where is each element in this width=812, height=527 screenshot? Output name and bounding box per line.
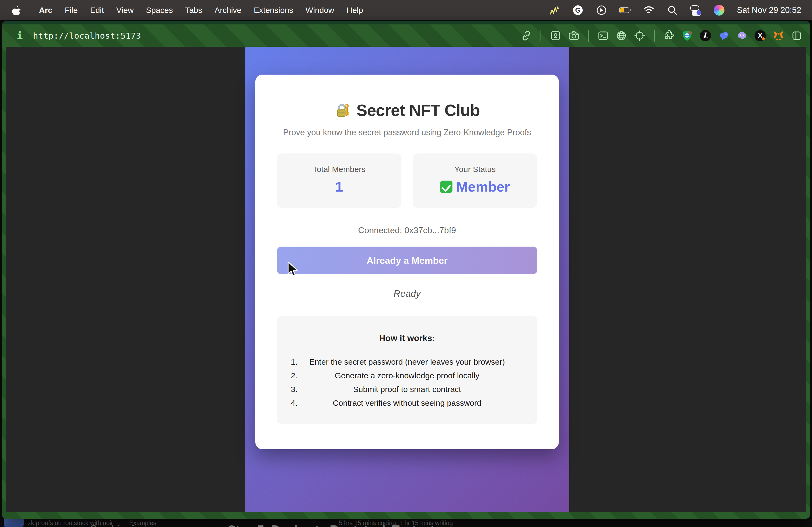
play-circle-icon[interactable]	[596, 4, 607, 16]
macos-menu-bar: Arc File Edit View Spaces Tabs Archive E…	[0, 0, 812, 20]
menu-tabs[interactable]: Tabs	[179, 6, 208, 15]
url-bar[interactable]: i http://localhost:5173	[2, 30, 141, 42]
how-step-1: 1. Enter the secret password (never leav…	[277, 355, 537, 369]
x-extension-icon[interactable]: X	[755, 30, 766, 41]
globe-icon[interactable]	[616, 30, 627, 41]
total-members-label: Total Members	[277, 165, 402, 174]
menu-extensions[interactable]: Extensions	[248, 6, 300, 15]
check-mark-icon	[440, 181, 452, 193]
control-center-icon[interactable]	[690, 5, 701, 15]
background-cell-symbiosis: Symbiosis	[90, 523, 140, 527]
menu-archive[interactable]: Archive	[208, 6, 248, 15]
adguard-shield-icon[interactable]	[682, 30, 693, 41]
mouse-cursor	[287, 261, 300, 277]
how-step-4: 4. Contract verifies without seeing pass…	[277, 396, 537, 410]
background-window-blue-tab[interactable]	[4, 518, 24, 527]
menu-view[interactable]: View	[110, 6, 140, 15]
apple-menu-icon[interactable]	[11, 4, 22, 16]
page-gradient-background: Secret NFT Club Prove you know the secre…	[245, 47, 569, 512]
menu-window[interactable]: Window	[300, 6, 340, 15]
step-number: 4.	[291, 398, 298, 408]
site-info-icon[interactable]: i	[17, 30, 23, 42]
bluebird-extension-icon[interactable]	[718, 30, 729, 41]
step-text: Generate a zero-knowledge proof locally	[335, 371, 480, 380]
loom-icon[interactable]: L	[700, 30, 711, 41]
how-it-works-box: How it works: 1. Enter the secret passwo…	[277, 316, 537, 424]
background-divider	[56, 523, 56, 527]
grammarly-icon[interactable]: G	[572, 4, 584, 16]
stats-row: Total Members 1 Your Status Member	[277, 153, 537, 208]
connected-wallet-text: Connected: 0x37cb...7bf9	[277, 225, 537, 235]
phantom-wallet-icon[interactable]	[736, 30, 748, 41]
split-view-icon[interactable]	[791, 30, 802, 41]
already-a-member-button[interactable]: Already a Member	[277, 246, 537, 274]
step-text: Enter the secret password (never leaves …	[309, 358, 505, 366]
link-icon[interactable]	[521, 30, 532, 41]
picture-frame-icon[interactable]	[550, 30, 561, 41]
step-text: Submit proof to smart contract	[353, 385, 461, 394]
window-top-edge	[2, 21, 810, 25]
search-icon[interactable]	[666, 4, 678, 16]
how-it-works-list: 1. Enter the secret password (never leav…	[277, 355, 537, 410]
how-step-2: 2. Generate a zero-knowledge proof local…	[277, 369, 537, 382]
your-status-label: Your Status	[413, 165, 537, 174]
metamask-fox-icon[interactable]	[773, 30, 784, 41]
menubar-clock[interactable]: Sat Nov 29 20:52	[737, 5, 801, 15]
svg-text:G: G	[575, 6, 581, 14]
your-status-box: Your Status Member	[413, 153, 537, 208]
step-number: 2.	[291, 371, 298, 380]
secret-nft-club-card: Secret NFT Club Prove you know the secre…	[255, 75, 559, 449]
page-subtitle: Prove you know the secret password using…	[277, 128, 537, 137]
browser-viewport: Secret NFT Club Prove you know the secre…	[6, 47, 806, 512]
step-number: 3.	[291, 385, 298, 394]
total-members-value: 1	[277, 179, 402, 195]
camera-icon[interactable]	[568, 30, 579, 41]
total-members-box: Total Members 1	[277, 153, 402, 208]
stats-icon[interactable]	[548, 4, 560, 16]
menu-spaces[interactable]: Spaces	[140, 6, 179, 15]
battery-icon[interactable]	[619, 4, 631, 16]
siri-icon[interactable]	[713, 4, 725, 16]
lock-with-key-icon	[334, 102, 351, 119]
browser-toolbar: i http://localhost:5173	[2, 25, 810, 47]
how-step-3: 3. Submit proof to smart contract	[277, 382, 537, 396]
page-title: Secret NFT Club	[356, 101, 480, 120]
your-status-value: Member	[456, 179, 510, 195]
status-text: Ready	[277, 288, 537, 299]
step-number: 1.	[291, 358, 298, 366]
how-it-works-heading: How it works:	[277, 316, 537, 343]
arc-browser-window: i http://localhost:5173	[2, 21, 810, 519]
step-text: Contract verifies without seeing passwor…	[333, 398, 481, 408]
crosshair-icon[interactable]	[634, 30, 645, 41]
toolbar-separator	[588, 30, 589, 42]
background-divider	[215, 523, 215, 527]
terminal-icon[interactable]	[597, 30, 609, 41]
menu-app-name[interactable]: Arc	[33, 6, 59, 15]
menu-help[interactable]: Help	[340, 6, 369, 15]
toolbar-separator	[540, 30, 541, 42]
puzzle-extensions-icon[interactable]	[663, 30, 675, 41]
menu-file[interactable]: File	[59, 6, 84, 15]
wifi-icon[interactable]	[643, 4, 655, 16]
menu-edit[interactable]: Edit	[84, 6, 110, 15]
background-cell-step7: Step 7: Deploy to Rootstock Testnet	[228, 523, 434, 527]
url-text[interactable]: http://localhost:5173	[33, 31, 141, 41]
toolbar-separator	[654, 30, 655, 42]
